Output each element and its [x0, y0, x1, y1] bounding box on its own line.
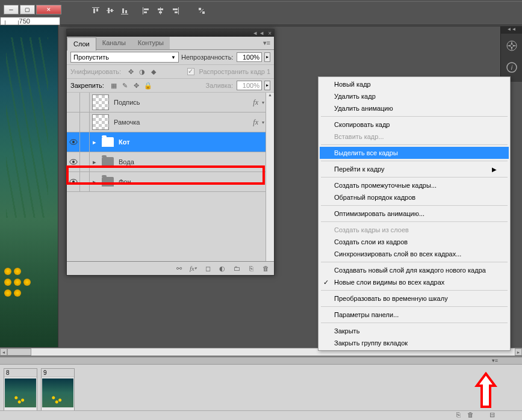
blend-mode-value: Пропустить [73, 54, 109, 61]
collapse-icon[interactable]: ◄◄ [252, 30, 266, 36]
visibility-toggle[interactable] [67, 152, 80, 171]
panel-menu-icon[interactable]: ▾≡ [259, 37, 274, 49]
menu-item[interactable]: Выделить все кадры [320, 147, 509, 159]
menu-item[interactable]: Создать промежуточные кадры... [320, 179, 509, 191]
menu-item[interactable]: Создавать новый слой для каждого нового … [320, 264, 509, 276]
opacity-input[interactable]: 100% [237, 52, 262, 62]
menu-item[interactable]: Удалить кадр [320, 90, 509, 102]
menu-item[interactable]: Синхронизировать слой во всех кадрах... [320, 248, 509, 260]
adjustment-layer-icon[interactable]: ◐ [217, 264, 227, 273]
expand-arrow-icon[interactable]: ▸ [90, 158, 99, 166]
layer-group-icon[interactable]: 🗀 [232, 264, 241, 273]
panel-close-icon[interactable]: × [268, 30, 272, 37]
svg-rect-9 [143, 7, 143, 14]
layer-name-label[interactable]: Подпись [111, 99, 253, 106]
layer-effects-expand-icon[interactable]: ▾ [262, 100, 264, 105]
align-top-icon[interactable] [89, 4, 102, 17]
maximize-button[interactable]: ▢ [20, 5, 35, 14]
scroll-thumb[interactable] [7, 348, 31, 356]
unify-style-icon[interactable]: ◆ [149, 67, 158, 76]
image-canvas[interactable] [0, 25, 58, 347]
info-icon[interactable]: i [502, 58, 521, 77]
lock-pixels-icon[interactable]: ✎ [120, 81, 130, 90]
layer-name-label[interactable]: Кот [116, 138, 266, 146]
menu-item[interactable]: Параметры панели... [320, 309, 509, 321]
menu-item[interactable]: Удалить анимацию [320, 102, 509, 114]
scroll-left-button[interactable]: ◄ [0, 348, 7, 356]
tab-channels[interactable]: Каналы [96, 37, 132, 49]
layer-thumbnail[interactable] [92, 94, 109, 110]
frame-number: 9 [42, 369, 74, 377]
visibility-toggle[interactable] [67, 172, 80, 191]
align-hcenter-icon[interactable] [154, 4, 167, 17]
visibility-toggle[interactable] [67, 113, 80, 132]
menu-item[interactable]: Перейти к кадру▶ [320, 163, 509, 175]
scroll-right-button[interactable]: ► [515, 348, 522, 356]
layer-row[interactable]: ▸Вода [67, 152, 266, 172]
expand-arrow-icon[interactable]: ▸ [90, 178, 99, 186]
menu-item-label: Новые слои видимы во всех кадрах [334, 279, 444, 286]
unify-visibility-icon[interactable]: ◑ [137, 67, 147, 76]
layer-effects-expand-icon[interactable]: ▾ [262, 120, 264, 125]
menu-item[interactable]: Закрыть [320, 325, 509, 337]
timeline-menu-icon[interactable]: ▾≡ [468, 357, 522, 363]
frame-thumbnail [5, 378, 36, 407]
menu-item[interactable]: Новые слои видимы во всех кадрах✓ [320, 276, 509, 288]
layer-row[interactable]: Рамочкаfx▾ [67, 113, 266, 132]
visibility-toggle[interactable] [67, 93, 80, 112]
menu-item[interactable]: Преобразовать во временную шкалу [320, 292, 509, 304]
frame-number: 8 [4, 369, 37, 377]
lock-transparency-icon[interactable]: ▦ [109, 81, 119, 90]
layer-fx-icon[interactable]: fx▾ [188, 264, 198, 273]
menu-item-label: Закрыть группу вкладок [334, 339, 408, 347]
tab-layers[interactable]: Слои [67, 37, 96, 51]
menu-item[interactable]: Создать слои из кадров [320, 236, 509, 248]
new-frame-icon[interactable]: ⎘ [452, 411, 464, 420]
layer-effects-icon[interactable]: fx [253, 118, 258, 127]
align-left-icon[interactable] [140, 4, 153, 17]
align-right-icon[interactable] [169, 4, 182, 17]
menu-separator [321, 262, 508, 262]
fill-input[interactable]: 100% [237, 81, 262, 90]
navigator-icon[interactable] [502, 36, 521, 55]
tab-paths[interactable]: Контуры [132, 37, 170, 49]
minimize-button[interactable]: ─ [4, 5, 19, 14]
link-layers-icon[interactable]: ⚯ [174, 264, 184, 273]
delete-layer-icon[interactable]: 🗑 [261, 264, 270, 273]
align-bottom-icon[interactable] [118, 4, 131, 17]
layer-name-label[interactable]: Рамочка [111, 119, 253, 126]
panel-titlebar[interactable]: ◄◄ × [67, 29, 274, 37]
lock-position-icon[interactable]: ✥ [132, 81, 141, 90]
layer-name-label[interactable]: Фон [116, 178, 266, 185]
layer-row[interactable]: ▸Кот [67, 132, 266, 152]
close-button[interactable]: ✕ [36, 5, 61, 14]
layer-thumbnail[interactable] [92, 114, 109, 130]
propagate-checkbox[interactable] [187, 68, 194, 75]
layer-name-label[interactable]: Вода [116, 158, 266, 165]
menu-item[interactable]: Оптимизировать анимацию... [320, 208, 509, 220]
menu-item[interactable]: Закрыть группу вкладок [320, 337, 509, 349]
menu-item[interactable]: Скопировать кадр [320, 119, 509, 131]
blend-mode-select[interactable]: Пропустить ▼ [70, 52, 179, 63]
align-vcenter-icon[interactable] [104, 4, 117, 17]
dock-collapse-icon[interactable]: ◄◄ [501, 26, 522, 34]
layer-row[interactable]: Подписьfx▾ [67, 93, 266, 113]
lock-all-icon[interactable]: 🔒 [143, 81, 153, 90]
layer-row[interactable]: ▸Фон [67, 172, 266, 192]
svg-rect-16 [173, 8, 178, 10]
visibility-toggle[interactable] [67, 132, 80, 152]
fill-slider-icon[interactable]: ▸ [264, 81, 270, 90]
layer-effects-icon[interactable]: fx [253, 98, 258, 107]
folder-icon [102, 157, 114, 167]
layer-scrollbar[interactable]: ▲ [266, 93, 274, 261]
layer-mask-icon[interactable]: ◻ [203, 264, 213, 273]
distribute-icon[interactable] [195, 4, 208, 17]
menu-item[interactable]: Обратный порядок кадров [320, 191, 509, 203]
unify-position-icon[interactable]: ✥ [126, 67, 135, 76]
opacity-slider-icon[interactable]: ▸ [264, 52, 270, 62]
menu-item[interactable]: Новый кадр [320, 78, 509, 90]
menu-item-label: Закрыть [334, 327, 359, 335]
svg-rect-18 [199, 8, 201, 10]
expand-arrow-icon[interactable]: ▸ [90, 138, 99, 146]
new-layer-icon[interactable]: ⎘ [246, 264, 256, 273]
